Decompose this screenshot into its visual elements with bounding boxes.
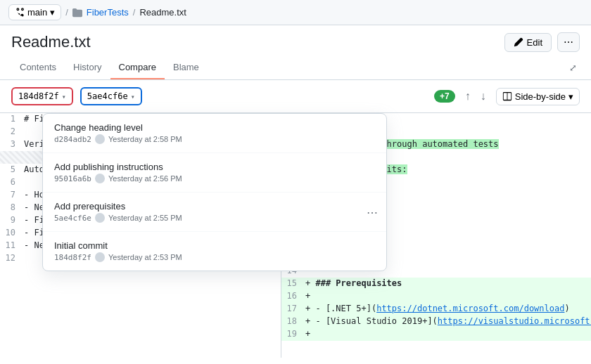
sep1: / <box>65 7 68 18</box>
commit1-select[interactable]: 184d8f2f ▾ <box>11 87 73 105</box>
prev-change-button[interactable]: ↑ <box>462 89 474 104</box>
commit1-hash: 184d8f2f <box>18 91 59 101</box>
item-hash: 5ae4cf6e <box>54 214 91 223</box>
item-meta: d284adb2 Yesterday at 2:58 PM <box>54 134 375 144</box>
nav-arrows: ↑ ↓ <box>462 89 489 104</box>
tab-compare[interactable]: Compare <box>110 56 165 79</box>
avatar <box>95 174 105 183</box>
git-branch-icon <box>15 8 25 18</box>
item-title: Add publishing instructions <box>54 162 375 172</box>
item-time: Yesterday at 2:55 PM <box>108 214 182 222</box>
item-time: Yesterday at 2:58 PM <box>108 135 182 143</box>
item-title: Change heading level <box>54 122 375 133</box>
change-badge: +7 <box>434 90 455 103</box>
commit2-hash: 5ae4cf6e <box>87 91 128 101</box>
page-header: Readme.txt Edit ⋯ <box>0 25 591 56</box>
sep2: / <box>133 7 136 18</box>
view-mode-button[interactable]: Side-by-side ▾ <box>496 88 580 105</box>
dropdown-item-initial-commit[interactable]: Initial commit 184d8f2f Yesterday at 2:5… <box>43 232 386 271</box>
branch-name: main <box>27 7 47 18</box>
item-hash: 95016a6b <box>54 174 91 183</box>
next-change-button[interactable]: ↓ <box>478 89 489 104</box>
more-button[interactable]: ⋯ <box>557 32 580 52</box>
commit2-select[interactable]: 5ae4cf6e ▾ <box>80 87 142 105</box>
compare-toolbar: 184d8f2f ▾ 5ae4cf6e ▾ +7 ↑ ↓ Side-by-sid… <box>0 80 591 113</box>
item-time: Yesterday at 2:56 PM <box>108 174 182 183</box>
page-title: Readme.txt <box>11 33 91 51</box>
commit-dropdown: Change heading level d284adb2 Yesterday … <box>42 113 387 271</box>
file-name: Readme.txt <box>139 7 186 18</box>
item-time: Yesterday at 2:53 PM <box>108 253 182 261</box>
item-meta: 5ae4cf6e Yesterday at 2:55 PM <box>54 213 375 223</box>
header-actions: Edit ⋯ <box>504 32 580 52</box>
commit2-chevron: ▾ <box>131 93 135 100</box>
tab-history[interactable]: History <box>65 56 110 79</box>
commit1-chevron: ▾ <box>62 93 66 100</box>
branch-button[interactable]: main ▾ <box>8 4 61 20</box>
item-more-icon[interactable]: ⋯ <box>367 205 378 219</box>
tab-contents[interactable]: Contents <box>11 56 65 79</box>
content-area: 1# FiberTests 2 3Verify fiber 5Automated… <box>0 113 591 358</box>
folder-icon <box>72 8 82 18</box>
tab-blame[interactable]: Blame <box>165 56 208 79</box>
edit-label: Edit <box>527 37 542 48</box>
pencil-icon <box>514 37 523 47</box>
topbar: main ▾ / FiberTests / Readme.txt <box>0 0 591 25</box>
expand-icon[interactable]: ⤢ <box>566 60 580 76</box>
view-mode-label: Side-by-side <box>515 91 566 102</box>
view-mode-chevron: ▾ <box>568 91 573 102</box>
avatar <box>95 213 105 223</box>
dropdown-item-add-prerequisites[interactable]: Add prerequisites 5ae4cf6e Yesterday at … <box>43 193 386 232</box>
dropdown-item-add-publishing[interactable]: Add publishing instructions 95016a6b Yes… <box>43 153 386 193</box>
dropdown-item-change-heading[interactable]: Change heading level d284adb2 Yesterday … <box>43 114 386 153</box>
dropdown-overlay: Change heading level d284adb2 Yesterday … <box>0 113 591 358</box>
edit-button[interactable]: Edit <box>504 33 552 52</box>
repo-link[interactable]: FiberTests <box>87 7 129 18</box>
side-by-side-icon <box>502 91 512 101</box>
branch-chevron: ▾ <box>50 7 55 18</box>
item-title: Add prerequisites <box>54 201 375 212</box>
avatar <box>95 134 105 144</box>
item-hash: 184d8f2f <box>54 253 91 262</box>
item-meta: 184d8f2f Yesterday at 2:53 PM <box>54 252 375 262</box>
item-meta: 95016a6b Yesterday at 2:56 PM <box>54 174 375 183</box>
tabs-bar: Contents History Compare Blame ⤢ <box>0 56 591 80</box>
item-hash: d284adb2 <box>54 135 91 144</box>
item-title: Initial commit <box>54 240 375 251</box>
avatar <box>95 252 105 262</box>
tabs-list: Contents History Compare Blame <box>11 56 208 79</box>
